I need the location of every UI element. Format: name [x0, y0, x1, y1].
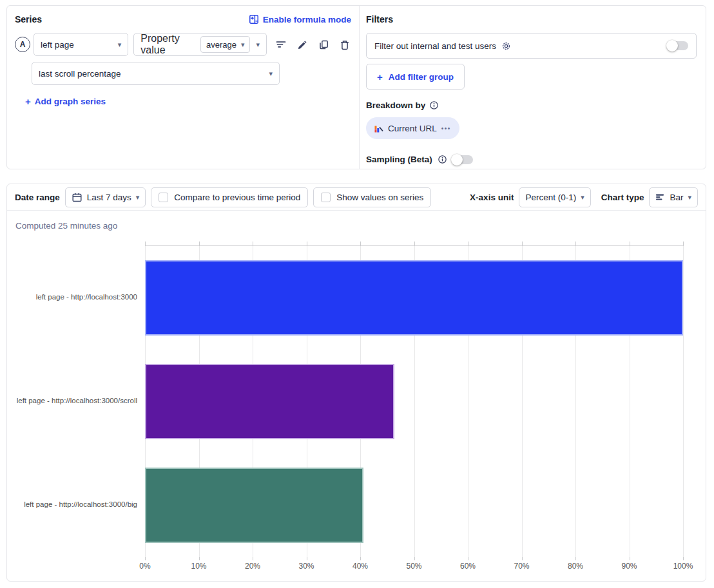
x-tick-label: 40%	[352, 562, 368, 571]
info-icon[interactable]	[438, 155, 447, 164]
x-tick-label: 60%	[460, 562, 476, 571]
date-range-select[interactable]: Last 7 days ▾	[65, 187, 146, 207]
axis-tick	[414, 557, 415, 560]
chevron-down-icon: ▾	[688, 194, 691, 201]
axis-tick	[575, 242, 576, 246]
chart-type-value: Bar	[670, 193, 683, 202]
series-letter-badge: A	[15, 37, 30, 52]
property-select[interactable]: last scroll percentage ▾	[32, 62, 280, 85]
compare-label: Compare to previous time period	[174, 193, 300, 202]
internal-filter-label: Filter out internal and test users	[374, 41, 496, 51]
breakdown-chip[interactable]: Current URL •••	[366, 117, 459, 139]
date-range-value: Last 7 days	[87, 193, 131, 202]
axis-tick	[683, 557, 684, 560]
sampling-toggle[interactable]	[452, 155, 473, 164]
axis-tick	[199, 557, 200, 560]
filters-section: Filters Filter out internal and test use…	[360, 6, 706, 169]
series-title: Series	[15, 14, 42, 24]
xaxis-unit-label: X-axis unit	[470, 193, 514, 202]
edit-button[interactable]	[296, 38, 309, 51]
axis-tick	[414, 242, 415, 246]
show-values-label: Show values on series	[336, 193, 423, 202]
x-tick-label: 50%	[406, 562, 421, 571]
filter-button[interactable]	[275, 38, 287, 51]
axis-tick	[630, 242, 630, 246]
enable-formula-mode-label: Enable formula mode	[263, 15, 351, 24]
property-select-value: last scroll percentage	[39, 69, 121, 79]
gridline	[683, 246, 684, 557]
axis-tick	[307, 557, 307, 560]
copy-icon	[318, 39, 329, 50]
insight-editor: Series Enable formula mode A	[0, 0, 714, 588]
y-axis-label: left page - http://localhost:3000/big	[7, 500, 137, 509]
chart-type-select[interactable]: Bar ▾	[649, 187, 698, 207]
axis-tick	[522, 242, 523, 246]
xaxis-unit-select[interactable]: Percent (0-1) ▾	[519, 187, 590, 207]
calendar-icon	[72, 192, 82, 203]
bar-chart-icon	[655, 193, 665, 202]
axis-tick	[307, 242, 307, 246]
show-values-checkbox-group[interactable]: Show values on series	[313, 187, 431, 207]
compare-checkbox-group[interactable]: Compare to previous time period	[151, 187, 308, 207]
axis-tick	[360, 557, 361, 560]
axis-tick	[468, 557, 468, 560]
enable-formula-mode-link[interactable]: Enable formula mode	[249, 14, 351, 24]
chart-panel: Date range Last 7 days ▾ Compare to prev…	[6, 184, 706, 582]
x-tick-label: 30%	[298, 562, 314, 571]
chevron-down-icon: ▾	[581, 194, 584, 201]
query-config-panel: Series Enable formula mode A	[6, 5, 706, 169]
bar-chart: 0%10%20%30%40%50%60%70%80%90%100% left p…	[7, 245, 706, 582]
filters-title: Filters	[366, 14, 697, 24]
aggregation-select[interactable]: average ▾	[200, 36, 251, 53]
axis-tick	[199, 242, 200, 246]
axis-tick	[575, 557, 576, 560]
sampling-label: Sampling (Beta)	[366, 155, 432, 164]
x-tick-label: 10%	[191, 562, 206, 571]
bar[interactable]	[145, 468, 363, 543]
x-tick-label: 90%	[621, 562, 637, 571]
show-values-checkbox[interactable]	[321, 193, 331, 202]
info-icon[interactable]	[429, 100, 439, 110]
axis-tick	[468, 242, 468, 246]
add-graph-series-button[interactable]: + Add graph series	[25, 97, 106, 106]
event-select[interactable]: left page ▾	[34, 33, 128, 56]
formula-icon	[249, 14, 259, 24]
breakdown-more-button[interactable]: •••	[441, 125, 451, 132]
chevron-down-icon: ▾	[256, 41, 260, 48]
x-tick-label: 70%	[514, 562, 529, 571]
plus-icon: +	[377, 72, 383, 82]
add-filter-group-button[interactable]: + Add filter group	[366, 64, 465, 90]
toggle-knob	[451, 154, 463, 166]
add-filter-group-label: Add filter group	[389, 72, 454, 82]
gear-icon[interactable]	[501, 41, 511, 51]
plus-icon: +	[25, 97, 31, 106]
add-graph-series-label: Add graph series	[35, 97, 106, 106]
x-tick-label: 80%	[568, 562, 583, 571]
axis-tick	[522, 557, 523, 560]
chevron-down-icon: ▾	[136, 194, 140, 201]
toggle-knob	[666, 40, 678, 52]
series-section: Series Enable formula mode A	[7, 6, 359, 169]
xaxis-unit-value: Percent (0-1)	[525, 193, 576, 202]
chevron-down-icon: ▾	[241, 41, 245, 48]
axis-tick	[145, 557, 146, 560]
chart-toolbar: Date range Last 7 days ▾ Compare to prev…	[7, 184, 706, 211]
delete-button[interactable]	[338, 38, 351, 51]
property-value-group[interactable]: Property value average ▾ ▾	[133, 33, 267, 56]
duplicate-button[interactable]	[317, 38, 330, 51]
event-select-value: left page	[41, 40, 74, 50]
chevron-down-icon: ▾	[269, 70, 273, 77]
chevron-down-icon: ▾	[118, 41, 122, 48]
axis-tick	[253, 557, 253, 560]
breakdown-chip-label: Current URL	[388, 124, 437, 133]
bar[interactable]	[145, 260, 683, 336]
chart-body: Computed 25 minutes ago 0%10%20%30%40%50…	[7, 211, 706, 582]
x-tick-label: 0%	[139, 562, 150, 571]
axis-tick	[683, 242, 684, 246]
internal-filter-toggle[interactable]	[668, 41, 688, 50]
internal-filter-row[interactable]: Filter out internal and test users	[366, 33, 697, 59]
bar[interactable]	[145, 364, 394, 439]
compare-checkbox[interactable]	[159, 193, 168, 202]
axis-tick	[630, 557, 630, 560]
y-axis-label: left page - http://localhost:3000	[7, 292, 137, 301]
